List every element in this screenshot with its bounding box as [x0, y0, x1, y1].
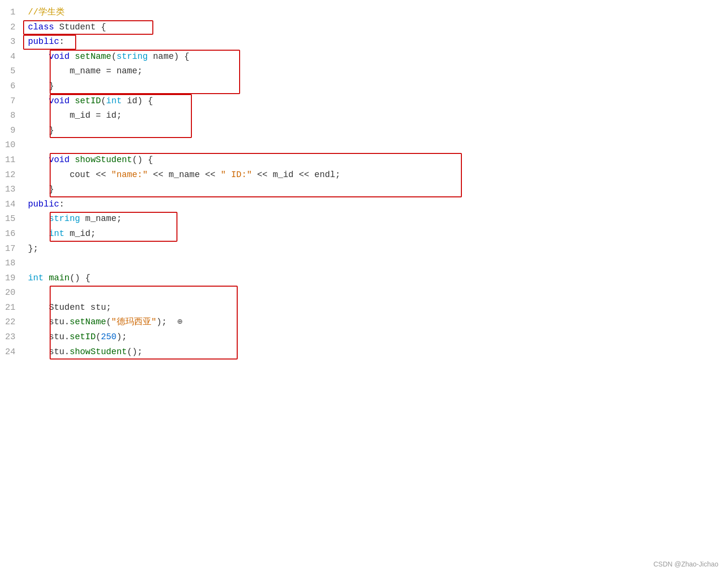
code-line-11: void showStudent() {	[28, 152, 728, 167]
code-line-24: stu.showStudent();	[28, 345, 728, 359]
code-line-17: };	[28, 241, 728, 256]
code-line-19: int main() {	[28, 271, 728, 286]
code-area: //学生类 class Student { public: void setNa…	[23, 5, 728, 575]
code-line-22: stu.setName("德玛西亚"); ⊕	[28, 315, 728, 330]
code-line-20	[28, 285, 728, 300]
line-num-24: 24	[0, 345, 15, 359]
line-num-5: 5	[0, 64, 15, 79]
watermark: CSDN @Zhao-Jichao	[653, 559, 718, 569]
code-line-15: string m_name;	[28, 211, 728, 226]
code-line-8: m_id = id;	[28, 108, 728, 123]
line-num-21: 21	[0, 300, 15, 315]
line-num-10: 10	[0, 138, 15, 152]
line-num-3: 3	[0, 34, 15, 49]
line-num-19: 19	[0, 271, 15, 286]
code-line-9: }	[28, 123, 728, 138]
code-line-6: }	[28, 79, 728, 94]
code-line-5: m_name = name;	[28, 64, 728, 79]
code-line-1: //学生类	[28, 5, 728, 20]
line-num-15: 15	[0, 211, 15, 226]
line-num-16: 16	[0, 226, 15, 241]
code-line-3: public:	[28, 34, 728, 49]
line-num-22: 22	[0, 315, 15, 330]
code-line-13: }	[28, 182, 728, 197]
line-num-13: 13	[0, 182, 15, 197]
line-num-18: 18	[0, 256, 15, 271]
line-num-12: 12	[0, 167, 15, 182]
code-line-16: int m_id;	[28, 226, 728, 241]
line-num-9: 9	[0, 123, 15, 138]
code-line-14: public:	[28, 197, 728, 212]
line-num-1: 1	[0, 5, 15, 20]
line-num-23: 23	[0, 330, 15, 345]
code-line-23: stu.setID(250);	[28, 330, 728, 345]
line-num-14: 14	[0, 197, 15, 212]
code-line-21: Student stu;	[28, 300, 728, 315]
code-line-7: void setID(int id) {	[28, 94, 728, 109]
line-num-4: 4	[0, 49, 15, 64]
code-container: 1 2 3 4 5 6 7 8 9 10 11 12 13 14 15 16 1…	[0, 0, 728, 580]
code-line-12: cout << "name:" << m_name << " ID:" << m…	[28, 167, 728, 182]
code-line-18	[28, 256, 728, 271]
line-num-11: 11	[0, 152, 15, 167]
code-line-2: class Student {	[28, 20, 728, 35]
line-num-8: 8	[0, 108, 15, 123]
code-line-10	[28, 138, 728, 152]
line-num-6: 6	[0, 79, 15, 94]
line-numbers: 1 2 3 4 5 6 7 8 9 10 11 12 13 14 15 16 1…	[0, 5, 23, 575]
line-num-7: 7	[0, 94, 15, 109]
line-num-17: 17	[0, 241, 15, 256]
code-line-4: void setName(string name) {	[28, 49, 728, 64]
line-num-20: 20	[0, 285, 15, 300]
line-num-2: 2	[0, 20, 15, 35]
